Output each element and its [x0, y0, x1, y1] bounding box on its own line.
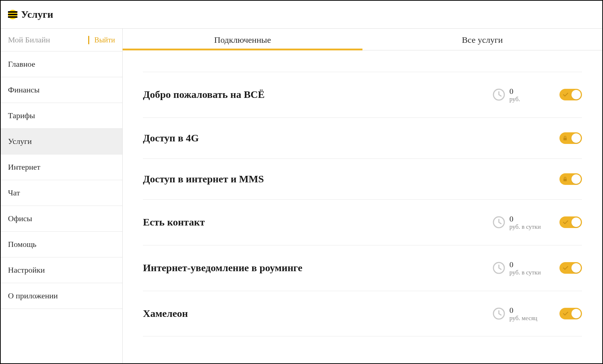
check-icon: [563, 220, 568, 224]
check-icon: [563, 92, 568, 97]
toggle-indicator: [563, 220, 568, 224]
clock-icon: [493, 216, 505, 228]
sidebar-brand: Мой Билайн: [8, 35, 50, 45]
sidebar-item-0[interactable]: Главное: [1, 51, 122, 77]
toggle-knob: [571, 263, 581, 273]
clock-icon: [493, 88, 505, 101]
sidebar-top: Мой Билайн Выйти: [1, 29, 122, 51]
toggle-indicator: [563, 266, 568, 270]
service-title[interactable]: Доступ в 4G: [143, 132, 484, 144]
sidebar-item-7[interactable]: Помощь: [1, 232, 122, 257]
sidebar-item-6[interactable]: Офисы: [1, 206, 122, 232]
check-icon: [563, 311, 568, 316]
service-title[interactable]: Добро пожаловать на ВСЁ: [143, 89, 484, 100]
partial-row-above: [143, 50, 582, 72]
price-amount: 0: [509, 87, 520, 96]
toggle-knob: [571, 90, 581, 99]
service-title[interactable]: Интернет-уведомление в роуминге: [143, 262, 484, 274]
toggle-knob: [571, 309, 581, 318]
sidebar-nav: ГлавноеФинансыТарифыУслугиИнтернетЧатОфи…: [1, 51, 122, 309]
service-row: Добро пожаловать на ВСЁ0руб.: [143, 72, 582, 118]
service-toggle[interactable]: [559, 308, 582, 319]
toggle-indicator: [563, 311, 568, 316]
sidebar-item-9[interactable]: О приложении: [1, 283, 122, 309]
price-amount: 0: [509, 214, 541, 223]
toggle-knob: [571, 133, 581, 143]
price-amount: 0: [509, 260, 541, 269]
service-title[interactable]: Хамелеон: [143, 308, 484, 319]
beeline-logo-icon: [8, 10, 17, 19]
price-text: 0руб.: [509, 87, 520, 103]
sidebar-item-3[interactable]: Услуги: [1, 129, 122, 154]
price-text: 0руб. в сутки: [509, 260, 541, 276]
check-icon: [563, 266, 568, 270]
service-row: Доступ в интернет и MMS: [143, 159, 582, 200]
price-block: 0руб. в сутки: [493, 260, 551, 276]
svg-rect-7: [563, 179, 567, 181]
service-row: Есть контакт0руб. в сутки: [143, 200, 582, 245]
service-toggle[interactable]: [559, 89, 582, 100]
toggle-knob: [571, 218, 581, 227]
svg-rect-2: [8, 14, 17, 15]
main: ПодключенныеВсе услуги Добро пожаловать …: [123, 29, 602, 364]
toggle-knob: [571, 174, 581, 184]
page-title: Услуги: [21, 9, 53, 20]
service-title[interactable]: Доступ в интернет и MMS: [143, 173, 484, 185]
lock-icon: [563, 136, 567, 141]
tab-0[interactable]: Подключенные: [123, 29, 362, 50]
price-block: 0руб. месяц: [493, 306, 551, 322]
price-block: 0руб.: [493, 87, 551, 103]
sidebar-item-5[interactable]: Чат: [1, 180, 122, 206]
toggle-indicator: [563, 92, 568, 97]
logout-button[interactable]: Выйти: [88, 36, 115, 44]
sidebar: Мой Билайн Выйти ГлавноеФинансыТарифыУсл…: [1, 29, 123, 364]
service-toggle[interactable]: [559, 216, 582, 228]
header: Услуги: [1, 1, 602, 29]
sidebar-item-2[interactable]: Тарифы: [1, 103, 122, 129]
service-row: Доступ в 4G: [143, 118, 582, 159]
service-row: Хамелеон0руб. месяц: [143, 291, 582, 337]
price-amount: 0: [509, 306, 537, 315]
toggle-indicator: [563, 136, 567, 141]
price-unit: руб.: [509, 96, 520, 103]
service-toggle[interactable]: [559, 262, 582, 274]
svg-rect-6: [563, 138, 567, 140]
price-block: 0руб. в сутки: [493, 214, 551, 231]
clock-icon: [493, 307, 505, 320]
tab-1[interactable]: Все услуги: [362, 29, 602, 50]
lock-icon: [563, 177, 567, 182]
tabs: ПодключенныеВсе услуги: [123, 29, 602, 50]
price-unit: руб. в сутки: [509, 223, 541, 231]
sidebar-item-8[interactable]: Настройки: [1, 257, 122, 283]
service-toggle[interactable]: [559, 132, 582, 144]
svg-rect-3: [8, 16, 17, 18]
clock-icon: [493, 262, 505, 274]
svg-rect-1: [8, 11, 17, 13]
price-unit: руб. в сутки: [509, 269, 541, 276]
sidebar-item-1[interactable]: Финансы: [1, 77, 122, 103]
price-text: 0руб. месяц: [509, 306, 537, 322]
toggle-indicator: [563, 177, 567, 182]
service-title[interactable]: Есть контакт: [143, 216, 484, 228]
service-toggle[interactable]: [559, 173, 582, 185]
price-text: 0руб. в сутки: [509, 214, 541, 231]
service-row: Интернет-уведомление в роуминге0руб. в с…: [143, 245, 582, 291]
content: Добро пожаловать на ВСЁ0руб.Доступ в 4GД…: [123, 50, 602, 364]
price-unit: руб. месяц: [509, 315, 537, 322]
sidebar-item-4[interactable]: Интернет: [1, 154, 122, 180]
